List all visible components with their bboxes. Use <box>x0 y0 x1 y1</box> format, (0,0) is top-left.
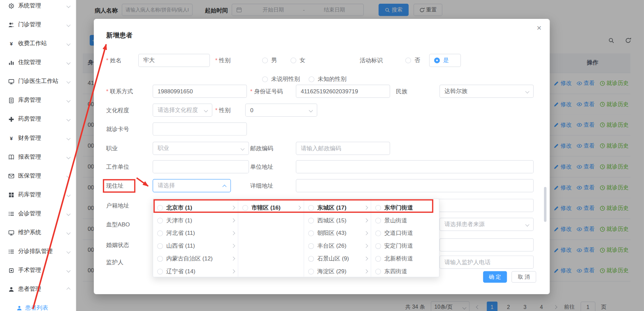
work-unit-input[interactable] <box>153 160 249 174</box>
sidebar-item-13[interactable]: 维护系统 <box>0 223 76 242</box>
address-cascader-dropdown: 北京市 (1)天津市 (1)河北省 (11)山西省 (11)内蒙古自治区 (12… <box>153 198 440 277</box>
radio-gender-unknown[interactable]: 未知的性别 <box>309 73 346 86</box>
cascader-option[interactable]: 西城区 (15) <box>304 214 371 227</box>
close-icon[interactable]: × <box>537 24 541 32</box>
gender-code-select[interactable]: 0 <box>245 103 317 117</box>
radio-icon[interactable] <box>157 256 163 261</box>
radio-icon[interactable] <box>157 205 163 211</box>
radio-icon[interactable] <box>157 218 163 223</box>
cascader-option[interactable]: 东四街道 <box>371 265 440 277</box>
cascader-option-label: 北新桥街道 <box>384 255 436 262</box>
sidebar-item-10[interactable]: 医保管理 <box>0 166 76 185</box>
dialog-scrollbar[interactable] <box>544 187 546 222</box>
cascader-option[interactable]: 北新桥街道 <box>371 252 440 265</box>
chevron-right-icon <box>231 244 235 248</box>
postal-code-input[interactable] <box>296 142 390 155</box>
cascader-option[interactable]: 辽宁省 (14) <box>153 265 238 277</box>
cascader-option[interactable]: 丰台区 (26) <box>304 240 371 252</box>
cascader-street-column: 东华门街道景山街道交道口街道安定门街道北新桥街道东四街道 <box>371 199 440 277</box>
users-icon <box>8 22 14 28</box>
sidebar-item-6[interactable]: 库房管理 <box>0 91 76 110</box>
sidebar-item-14[interactable]: 分诊排队管理 <box>0 242 76 261</box>
cascader-option[interactable]: 安定门街道 <box>371 240 440 252</box>
cascader-option[interactable]: 北京市 (1) <box>153 201 238 214</box>
radio-icon[interactable] <box>242 205 248 211</box>
cascader-option-label: 天津市 (1) <box>166 217 230 224</box>
cascader-option[interactable]: 内蒙古自治区 (12) <box>153 252 238 265</box>
sidebar-item-15[interactable]: 手术管理 <box>0 261 76 280</box>
sidebar-item-9[interactable]: 报表管理 <box>0 148 76 166</box>
patient-source-select[interactable]: 请选择患者来源 <box>439 218 533 231</box>
radio-icon[interactable] <box>375 205 381 211</box>
sidebar-item-label: 库房管理 <box>18 97 65 104</box>
cascader-city-column: 市辖区 (16) <box>238 199 304 277</box>
id-number-input[interactable] <box>296 85 390 98</box>
cascader-option[interactable]: 景山街道 <box>371 214 440 227</box>
name-input[interactable] <box>138 54 210 67</box>
radio-icon[interactable] <box>375 269 381 274</box>
cascader-option-label: 东城区 (17) <box>317 204 363 211</box>
radio-active-no[interactable]: 否 <box>405 54 420 67</box>
radio-gender-female[interactable]: 女 <box>291 54 305 67</box>
radio-icon[interactable] <box>308 218 314 223</box>
cascader-option[interactable]: 河北省 (11) <box>153 227 238 240</box>
cascader-option[interactable]: 交道口街道 <box>371 227 440 240</box>
radio-icon[interactable] <box>157 269 163 274</box>
sidebar-item-16[interactable]: 患者管理 <box>0 280 76 299</box>
sidebar-item-patient-list[interactable]: 患者列表 <box>0 299 76 311</box>
radio-icon[interactable] <box>157 243 163 249</box>
cancel-button[interactable]: 取 消 <box>511 271 536 283</box>
radio-icon[interactable] <box>308 269 314 274</box>
cascader-option[interactable]: 朝阳区 (43) <box>304 227 371 240</box>
sidebar-item-8[interactable]: 财务管理 <box>0 129 76 148</box>
sidebar-item-4[interactable]: 住院管理 <box>0 53 76 72</box>
radio-gender-male[interactable]: 男 <box>262 54 277 67</box>
cascader-option[interactable]: 山西省 (11) <box>153 240 238 252</box>
radio-icon[interactable] <box>308 243 314 249</box>
cascader-option[interactable]: 东华门街道 <box>371 201 440 214</box>
radio-label: 未知的性别 <box>318 75 346 83</box>
radio-icon[interactable] <box>308 205 314 211</box>
radio-icon[interactable] <box>308 230 314 236</box>
sidebar-item-5[interactable]: 门诊医生工作站 <box>0 72 76 91</box>
cascader-option[interactable]: 海淀区 (29) <box>304 265 371 277</box>
sidebar-item-3[interactable]: 收费工作站 <box>0 34 76 53</box>
confirm-button[interactable]: 确 定 <box>483 271 507 283</box>
education-select[interactable]: 请选择文化程度 <box>153 103 212 117</box>
radio-icon[interactable] <box>308 256 314 261</box>
field-label-unit-address: 单位地址 <box>250 160 273 174</box>
radio-icon[interactable] <box>375 243 381 249</box>
radio-icon[interactable] <box>375 230 381 236</box>
cascader-option[interactable]: 东城区 (17) <box>304 201 371 214</box>
select-placeholder: 职业 <box>157 145 169 152</box>
monitor-icon <box>8 229 14 236</box>
sidebar-item-7[interactable]: 药房管理 <box>0 110 76 129</box>
cascader-option[interactable]: 市辖区 (16) <box>238 201 304 214</box>
cascader-option[interactable]: 石景山区 (9) <box>304 252 371 265</box>
radio-active-yes[interactable]: 是 <box>429 54 461 67</box>
ethnicity-select[interactable]: 达斡尔族 <box>439 85 533 98</box>
cascader-option[interactable]: 天津市 (1) <box>153 214 238 227</box>
chevron-down-icon <box>525 89 529 93</box>
radio-icon[interactable] <box>375 218 381 223</box>
visit-card-input[interactable] <box>153 122 247 135</box>
sidebar-item-2[interactable]: 门诊管理 <box>0 15 76 34</box>
guardian-phone-input[interactable] <box>439 255 533 269</box>
marital-status-input[interactable] <box>439 238 533 251</box>
radio-icon[interactable] <box>157 230 163 236</box>
detail-address-input[interactable] <box>296 179 533 192</box>
book-icon <box>8 154 14 160</box>
current-address-select[interactable]: 请选择 <box>153 179 231 192</box>
radio-gender-unspecified[interactable]: 未说明性别 <box>262 73 300 86</box>
radio-icon[interactable] <box>375 256 381 261</box>
unit-address-input[interactable] <box>296 160 533 174</box>
yen-icon <box>8 135 14 141</box>
app-root: 病人名称 起始时间 开始日期 - 结束日期 搜索 重置 + 身份证号 操作 41… <box>0 0 644 311</box>
contact-input[interactable] <box>153 85 247 98</box>
cascader-option-label: 西城区 (15) <box>317 217 363 224</box>
field-label-visit-card: 就诊卡号 <box>106 122 129 135</box>
sidebar-item-12[interactable]: 会诊管理 <box>0 204 76 223</box>
occupation-select[interactable]: 职业 <box>153 142 249 155</box>
sidebar-item-11[interactable]: 药库管理 <box>0 185 76 204</box>
sidebar-item-1[interactable]: 系统管理 <box>0 0 76 15</box>
